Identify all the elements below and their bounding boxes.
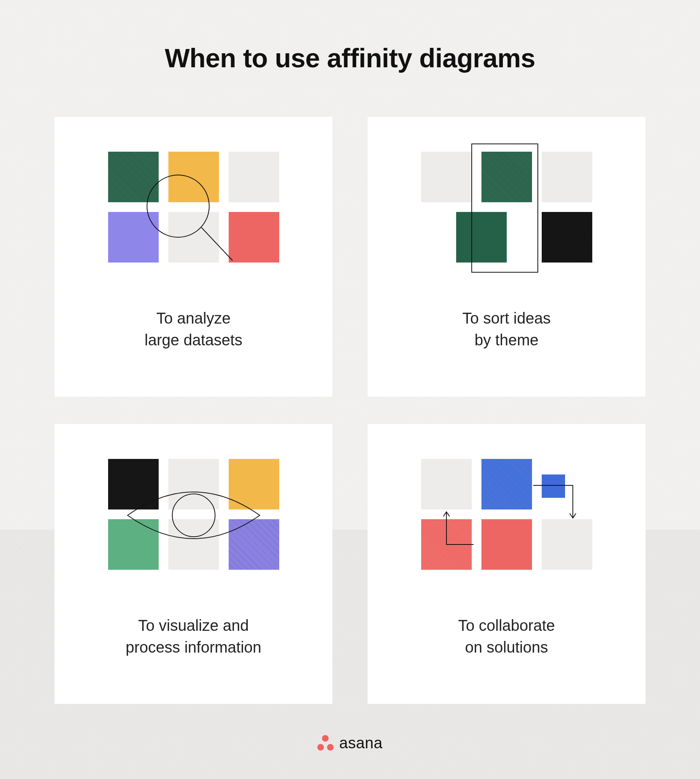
svg-line-1 [201,228,233,261]
illustration-sort [417,144,596,276]
card-analyze: To analyze large datasets [54,117,332,397]
caption-line: To sort ideas [462,310,551,327]
svg-point-0 [147,175,209,237]
svg-rect-2 [472,144,538,272]
svg-point-3 [172,494,215,537]
card-sort: To sort ideas by theme [368,117,646,397]
caption-line: process information [126,639,261,656]
caption-line: on solutions [465,639,548,656]
caption-line: To collaborate [458,617,555,634]
caption-line: To visualize and [138,617,249,634]
illustration-analyze [104,144,283,276]
footer-brand: asana [0,734,700,752]
illustration-visualize [104,451,283,583]
caption-line: To analyze [156,310,231,327]
card-collaborate: To collaborate on solutions [368,424,646,704]
eye-icon [104,451,283,583]
card-grid: To analyze large datasets To sort ideas … [54,117,646,704]
card-caption: To sort ideas by theme [462,307,551,351]
card-caption: To collaborate on solutions [458,614,555,658]
caption-line: by theme [474,331,539,348]
illustration-collaborate [417,451,596,583]
asana-logo-icon [317,735,334,751]
magnifier-icon [104,144,283,276]
page: When to use affinity diagrams To analyze [0,0,700,779]
caption-line: large datasets [145,331,242,348]
card-caption: To analyze large datasets [145,307,242,351]
page-title: When to use affinity diagrams [0,43,700,73]
brand-name: asana [339,734,382,752]
selection-rectangle-icon [417,144,596,276]
card-caption: To visualize and process information [126,614,261,658]
card-visualize: To visualize and process information [54,424,332,704]
connector-arrows-icon [417,451,596,583]
